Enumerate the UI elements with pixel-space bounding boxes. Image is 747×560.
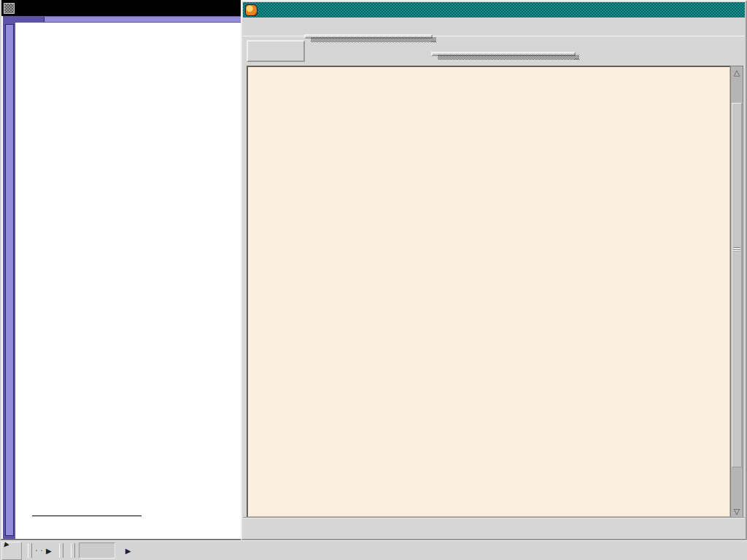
clock[interactable] xyxy=(79,542,115,559)
taskbar: ▶ ▶ xyxy=(0,540,747,560)
lyx-scrollbar-thumb[interactable] xyxy=(732,103,742,467)
xdvi-window xyxy=(0,0,246,540)
xdvi-app-icon xyxy=(4,3,15,14)
lyx-app-icon xyxy=(245,4,258,16)
menu-shadow xyxy=(311,37,436,42)
menu-shadow xyxy=(438,55,579,60)
xdvi-vertical-scrollbar[interactable] xyxy=(3,23,15,539)
lyx-scrollbar-grip[interactable] xyxy=(733,247,740,253)
lyx-statusbar xyxy=(243,517,745,538)
k-menu-button[interactable] xyxy=(1,542,22,560)
xdvi-titlebar[interactable] xyxy=(1,0,246,16)
scroll-down-button[interactable]: ▽ xyxy=(731,505,743,517)
xdvi-horizontal-scrollbar[interactable] xyxy=(3,16,246,23)
special-character-submenu xyxy=(431,52,576,56)
lyx-menubar xyxy=(243,18,745,36)
lyx-titlebar[interactable] xyxy=(243,2,745,18)
panel-hide-arrow-icon[interactable]: ▶ xyxy=(124,547,133,555)
panel-extend-arrow-icon[interactable]: ▶ xyxy=(44,547,53,555)
desktop-pager xyxy=(36,550,37,551)
footnote-rule xyxy=(32,516,142,516)
layout-combo[interactable] xyxy=(247,40,305,62)
insert-menu xyxy=(304,34,433,39)
window-pager xyxy=(41,550,42,551)
lyx-window: △ ▽ xyxy=(241,0,747,540)
scroll-up-button[interactable]: △ xyxy=(731,66,743,78)
xdvi-vscroll-thumb[interactable] xyxy=(5,24,14,536)
panel-grip[interactable] xyxy=(59,543,63,558)
lyx-vertical-scrollbar[interactable]: △ ▽ xyxy=(730,66,743,518)
xdvi-page xyxy=(15,23,246,539)
panel-grip[interactable] xyxy=(71,543,75,558)
document-editing-area[interactable] xyxy=(247,66,731,518)
desktop: △ ▽ ▶ ▶ xyxy=(0,0,747,560)
xdvi-footnote xyxy=(22,516,246,519)
xdvi-hscroll-thumb[interactable] xyxy=(44,17,246,22)
panel-grip[interactable] xyxy=(28,543,32,558)
